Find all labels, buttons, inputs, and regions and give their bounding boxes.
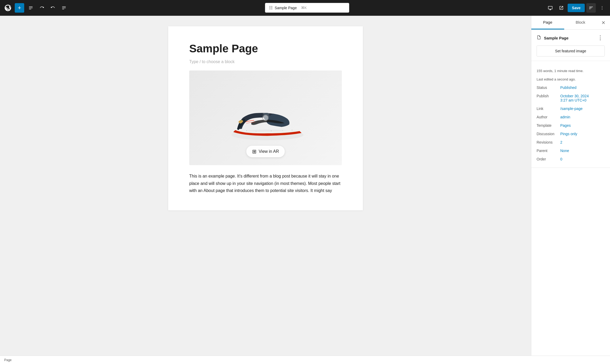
template-row: Template Pages bbox=[537, 121, 605, 130]
statusbar-label: Page bbox=[4, 358, 12, 362]
more-options-button[interactable] bbox=[597, 3, 607, 13]
parent-label: Parent bbox=[537, 146, 560, 155]
author-link[interactable]: admin bbox=[560, 115, 570, 119]
tools-button[interactable] bbox=[26, 4, 35, 12]
body-text: This is an example page. It's different … bbox=[189, 173, 342, 194]
page-title-field[interactable]: Sample Page bbox=[189, 42, 342, 55]
discussion-link[interactable]: Pings only bbox=[560, 132, 577, 136]
parent-row: Parent None bbox=[537, 146, 605, 155]
editor-content: Sample Page Type / to choose a block bbox=[168, 26, 363, 210]
publish-row: Publish October 30, 2024 3:27 am UTC+0 bbox=[537, 92, 605, 104]
discussion-value[interactable]: Pings only bbox=[560, 130, 605, 138]
document-icon: ☷ bbox=[269, 5, 273, 10]
svg-rect-0 bbox=[62, 6, 66, 7]
title-bar-text: Sample Page bbox=[275, 6, 297, 10]
revisions-link[interactable]: 2 bbox=[560, 140, 562, 144]
revisions-value[interactable]: 2 bbox=[560, 138, 605, 146]
parent-link[interactable]: None bbox=[560, 149, 569, 153]
redo-button[interactable] bbox=[48, 4, 57, 12]
publish-value[interactable]: October 30, 2024 3:27 am UTC+0 bbox=[560, 92, 605, 104]
title-bar[interactable]: ☷ Sample Page ⌘K bbox=[265, 3, 349, 13]
tab-page[interactable]: Page bbox=[531, 16, 564, 29]
revisions-row: Revisions 2 bbox=[537, 138, 605, 146]
sidebar-close-button[interactable] bbox=[597, 16, 610, 29]
svg-point-8 bbox=[256, 131, 256, 132]
link-value[interactable]: /sample-page bbox=[560, 104, 605, 113]
template-label: Template bbox=[537, 121, 560, 130]
link-row: Link /sample-page bbox=[537, 104, 605, 113]
ar-button[interactable]: ⊞ View in AR bbox=[246, 146, 285, 157]
discussion-label: Discussion bbox=[537, 130, 560, 138]
svg-point-3 bbox=[602, 6, 602, 7]
parent-value[interactable]: None bbox=[560, 146, 605, 155]
image-block[interactable]: ⊞ View in AR bbox=[189, 70, 342, 165]
template-link[interactable]: Pages bbox=[560, 123, 571, 128]
wp-logo[interactable] bbox=[3, 3, 13, 13]
page-header-left: Sample Page bbox=[537, 35, 568, 41]
page-options-button[interactable]: ⋮ bbox=[596, 34, 605, 42]
toolbar: + ☷ Sample Page ⌘K bbox=[0, 0, 610, 16]
page-name: Sample Page bbox=[544, 36, 568, 40]
svg-rect-2 bbox=[62, 9, 64, 9]
svg-point-10 bbox=[282, 130, 283, 131]
author-value[interactable]: admin bbox=[560, 113, 605, 121]
statusbar: Page bbox=[0, 356, 610, 364]
author-row: Author admin bbox=[537, 113, 605, 121]
svg-point-5 bbox=[602, 9, 602, 9]
status-link[interactable]: Published bbox=[560, 85, 577, 90]
page-header-row: Sample Page ⋮ bbox=[537, 34, 605, 42]
meta-section: 155 words, 1 minute read time. Last edit… bbox=[531, 61, 610, 168]
svg-rect-1 bbox=[62, 8, 66, 8]
revisions-label: Revisions bbox=[537, 138, 560, 146]
order-value[interactable]: 0 bbox=[560, 155, 605, 163]
word-count-line1: 155 words, 1 minute read time. bbox=[537, 68, 605, 74]
svg-point-9 bbox=[271, 131, 272, 132]
block-placeholder[interactable]: Type / to choose a block bbox=[189, 59, 342, 64]
add-icon: + bbox=[18, 4, 21, 11]
sidebar: Page Block Sample Page ⋮ bbox=[531, 16, 610, 356]
order-label: Order bbox=[537, 155, 560, 163]
page-header-section: Sample Page ⋮ Set featured image bbox=[531, 30, 610, 61]
status-value[interactable]: Published bbox=[560, 83, 605, 92]
title-bar-container: ☷ Sample Page ⌘K bbox=[71, 3, 543, 13]
meta-table: Status Published Publish October 30, 202… bbox=[537, 83, 605, 163]
svg-point-4 bbox=[602, 7, 602, 8]
order-row: Order 0 bbox=[537, 155, 605, 163]
publish-date[interactable]: October 30, 2024 3:27 am UTC+0 bbox=[560, 94, 589, 102]
publish-label: Publish bbox=[537, 92, 560, 104]
discussion-row: Discussion Pings only bbox=[537, 130, 605, 138]
ar-button-label: View in AR bbox=[259, 149, 279, 154]
status-row: Status Published bbox=[537, 83, 605, 92]
save-button[interactable]: Save bbox=[568, 4, 585, 12]
preview-desktop-button[interactable] bbox=[546, 3, 555, 13]
link-label: Link bbox=[537, 104, 560, 113]
add-block-button[interactable]: + bbox=[15, 3, 24, 13]
ar-icon: ⊞ bbox=[252, 148, 257, 155]
settings-toggle-button[interactable] bbox=[586, 3, 596, 13]
shoe-image: ⊞ View in AR bbox=[189, 70, 342, 165]
list-view-button[interactable] bbox=[59, 4, 68, 12]
last-edited: Last edited a second ago. bbox=[537, 77, 605, 82]
toolbar-right: Save bbox=[546, 3, 607, 13]
undo-button[interactable] bbox=[37, 4, 46, 12]
status-label: Status bbox=[537, 83, 560, 92]
svg-point-7 bbox=[246, 130, 247, 131]
sidebar-tabs: Page Block bbox=[531, 16, 610, 30]
keyboard-shortcut: ⌘K bbox=[301, 6, 307, 10]
svg-point-11 bbox=[292, 130, 292, 131]
tab-block[interactable]: Block bbox=[564, 16, 597, 29]
editor-area[interactable]: Sample Page Type / to choose a block bbox=[0, 16, 531, 356]
author-label: Author bbox=[537, 113, 560, 121]
link-url[interactable]: /sample-page bbox=[560, 107, 583, 111]
template-value[interactable]: Pages bbox=[560, 121, 605, 130]
main-layout: Sample Page Type / to choose a block bbox=[0, 16, 610, 356]
view-button[interactable] bbox=[557, 3, 566, 13]
set-featured-image-button[interactable]: Set featured image bbox=[537, 46, 605, 57]
order-link[interactable]: 0 bbox=[560, 157, 562, 161]
page-document-icon bbox=[537, 35, 541, 41]
